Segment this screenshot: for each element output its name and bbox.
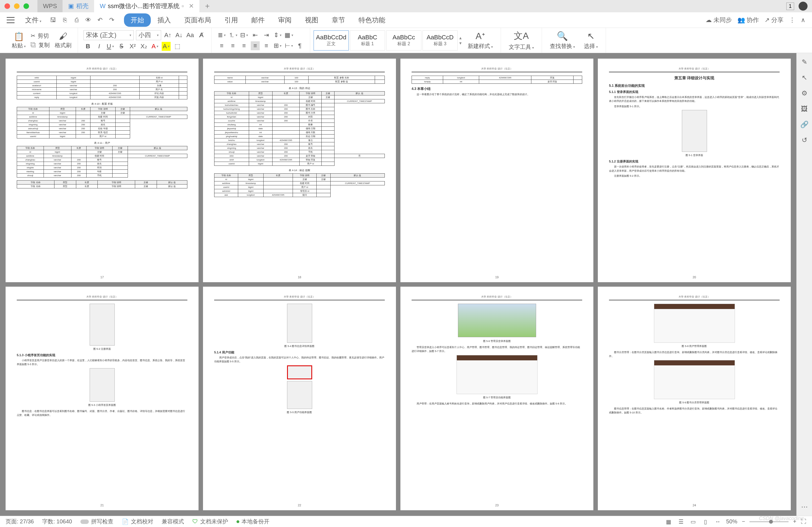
redo-icon[interactable]: ↷ [108, 16, 116, 24]
paste-button[interactable]: 📋粘贴 [9, 30, 28, 50]
tab-insert[interactable]: 插入 [151, 13, 178, 27]
print-icon[interactable]: ⎙ [73, 16, 81, 24]
minimize-window-button[interactable] [14, 3, 19, 9]
highlight-button[interactable]: A [162, 42, 171, 51]
history-icon[interactable]: ↺ [800, 136, 809, 145]
zoom-out-button[interactable]: − [742, 518, 745, 525]
tab-dropdown-icon[interactable]: ▫ [182, 2, 184, 10]
subscript-button[interactable]: X₂ [139, 42, 148, 51]
bold-button[interactable]: B [84, 42, 92, 51]
format-painter-button[interactable]: 🖌格式刷 [52, 30, 74, 50]
undo-icon[interactable]: ↶ [96, 16, 104, 24]
close-window-button[interactable] [4, 3, 10, 9]
tab-document-active[interactable]: W ssm微信小...图书管理系统 ▫ ✕ [94, 0, 199, 12]
zoom-value[interactable]: 50% [726, 518, 737, 525]
borders-button[interactable]: ⊞ [273, 41, 282, 50]
fit-width-icon[interactable]: ↔ [714, 518, 722, 526]
collab-button[interactable]: 👥协作 [737, 16, 759, 24]
page-20[interactable]: 大学 本科毕业 设计（论文） 第五章 详细设计与实现 5.1 系统前台功能的实现… [598, 59, 791, 282]
view-web-icon[interactable]: ▭ [690, 518, 697, 526]
style-heading1[interactable]: AaBbC标题 1 [350, 30, 385, 50]
tab-special[interactable]: 特色功能 [352, 13, 392, 27]
tab-chapter[interactable]: 章节 [325, 13, 352, 27]
page-19[interactable]: 大学 本科毕业 设计（论文） replylongtext4294967295回复… [401, 59, 593, 282]
page-indicator[interactable]: 页面: 27/36 [5, 518, 34, 525]
word-count[interactable]: 字数: 10640 [42, 518, 72, 525]
page-17[interactable]: 大学 本科毕业 设计（论文） refidbigint名称 iduseridbig… [5, 59, 199, 282]
page-21[interactable]: 大学 本科毕业 设计（论文） 图 5-2 注册界面 5.1.3 小程序首页功能的… [5, 287, 199, 510]
maximize-window-button[interactable] [24, 3, 29, 9]
pages-grid[interactable]: 大学 本科毕业 设计（论文） refidbigint名称 iduseridbig… [0, 53, 796, 516]
superscript-button[interactable]: X² [128, 42, 137, 51]
page-23[interactable]: 大学 本科毕业 设计（论文） 图 5-6 管理员登录界面图 管理员登录进入小程序… [401, 287, 593, 510]
style-scroll-up-icon[interactable]: ▴ [459, 35, 462, 41]
tab-references[interactable]: 引用 [218, 13, 245, 27]
line-spacing-button[interactable]: ⇕ [273, 31, 282, 40]
tab-mail[interactable]: 邮件 [245, 13, 272, 27]
more-icon[interactable]: ⋮ [789, 16, 795, 24]
align-left-button[interactable]: ≡ [217, 41, 226, 50]
collapse-ribbon-icon[interactable]: ∧ [801, 16, 805, 24]
style-heading3[interactable]: AaBbCcD标题 3 [422, 30, 458, 50]
numbering-button[interactable]: ⒈ [228, 31, 237, 40]
cursor-tool-icon[interactable]: ↖ [800, 73, 809, 82]
bullets-button[interactable]: ≣ [217, 31, 226, 40]
font-name-select[interactable]: 宋体 (正文) [84, 30, 134, 40]
pen-tool-icon[interactable]: ✎ [800, 58, 809, 67]
cut-button[interactable]: ✂剪切 [31, 32, 50, 40]
justify-button[interactable]: ≡ [251, 41, 260, 50]
new-style-button[interactable]: Aᐩ新建样式 [463, 30, 497, 51]
avatar[interactable] [799, 2, 808, 11]
sync-status[interactable]: ☁未同步 [706, 16, 732, 24]
page-22[interactable]: 大学 本科毕业 设计（论文） 图 5-4 图书信息详情界面图 5.1.4 用户功… [203, 287, 396, 510]
multilevel-button[interactable]: ⊟ [240, 31, 248, 40]
increase-indent-button[interactable]: ⇥ [262, 31, 271, 40]
strike-button[interactable]: S̶ [117, 42, 126, 51]
save-as-icon[interactable]: ⎘ [61, 16, 69, 24]
new-tab-button[interactable]: + [199, 0, 215, 12]
distribute-button[interactable]: ≡ [262, 41, 271, 50]
protect-status[interactable]: 🛡文档未保护 [192, 518, 228, 525]
close-tab-icon[interactable]: ✕ [189, 2, 194, 10]
view-outline-icon[interactable]: ☰ [677, 518, 685, 526]
copy-button[interactable]: ⿻复制 [31, 41, 50, 49]
change-case-icon[interactable]: Aa [186, 31, 194, 40]
style-heading2[interactable]: AaBbCc标题 2 [386, 30, 421, 50]
find-replace-button[interactable]: 🔍查找替换 [545, 30, 579, 51]
tab-review[interactable]: 审阅 [272, 13, 298, 27]
align-center-button[interactable]: ≡ [228, 41, 237, 50]
font-color-button[interactable]: A [150, 42, 159, 51]
settings-icon[interactable]: ⚙ [800, 89, 809, 98]
select-button[interactable]: ↖选择 [579, 30, 602, 51]
grow-font-icon[interactable]: A↑ [163, 31, 172, 40]
page-24[interactable]: 大学 本科毕业 设计（论文） 图 5-8 用户管理界面图 图书分类管理：在图书分… [598, 287, 791, 510]
more-tools-icon[interactable]: ⋯ [800, 502, 809, 511]
link-tool-icon[interactable]: 🔗 [800, 120, 809, 129]
font-size-select[interactable]: 小四 [136, 30, 161, 40]
italic-button[interactable]: I [95, 42, 104, 51]
text-tool-button[interactable]: 文A文字工具 [504, 29, 538, 52]
save-icon[interactable]: 🖫 [49, 16, 57, 24]
window-badge[interactable]: 1 [786, 2, 794, 10]
shrink-font-icon[interactable]: A↓ [175, 31, 184, 40]
spell-check-toggle[interactable]: 拼写检查 [81, 518, 113, 525]
compat-mode[interactable]: 兼容模式 [162, 518, 184, 525]
align-right-button[interactable]: ≡ [240, 41, 248, 50]
print-preview-icon[interactable]: 👁 [84, 16, 92, 24]
proof-button[interactable]: 📄文档校对 [122, 518, 153, 525]
image-tool-icon[interactable]: 🖼 [800, 104, 809, 113]
style-normal[interactable]: AaBbCcDd正文 [314, 30, 349, 50]
view-page-icon[interactable]: ▦ [665, 518, 673, 526]
page-18[interactable]: 大学 本科毕业 设计（论文） namevarchar100配置 参数 名称val… [203, 59, 396, 282]
shading-button[interactable]: ▦ [284, 31, 293, 40]
style-scroll-down-icon[interactable]: ▾ [459, 41, 462, 46]
tab-view[interactable]: 视图 [298, 13, 325, 27]
tab-daoke[interactable]: ▣稻壳 [62, 0, 94, 12]
show-marks-button[interactable]: ¶ [295, 41, 304, 50]
hamburger-icon[interactable] [7, 17, 15, 23]
char-border-button[interactable]: ⬚ [173, 42, 182, 51]
view-read-icon[interactable]: ▯ [702, 518, 710, 526]
decrease-indent-button[interactable]: ⇤ [251, 31, 260, 40]
share-button[interactable]: ↗分享 [765, 16, 784, 24]
tab-wps[interactable]: WPS [38, 0, 62, 12]
